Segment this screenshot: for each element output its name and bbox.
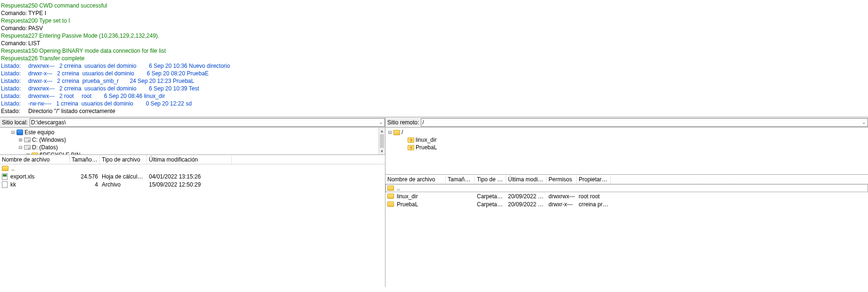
log-label: Listado: (1, 100, 28, 107)
local-list-header[interactable]: Nombre de archivo Tamaño de... Tipo de a… (0, 155, 385, 164)
cell-perm: drwxr-x--- (547, 201, 577, 208)
file-name-label: .. (397, 185, 400, 192)
tree-item[interactable]: ⊟Este equipo (0, 129, 385, 136)
tree-item[interactable]: PruebaL (385, 144, 868, 151)
log-line: Respuesta:250 CWD command successful (1, 2, 867, 9)
local-path-value: D:\descargas\ (31, 119, 66, 126)
file-icon (2, 181, 8, 188)
log-line: Listado:drwxrwx--- 2 root root 6 Sep 20 … (1, 92, 867, 100)
folder-icon (387, 186, 394, 191)
col-size[interactable]: Tamaño de... (70, 155, 100, 164)
log-pane[interactable]: Respuesta:250 CWD command successfulComa… (0, 0, 868, 117)
col-mod[interactable]: Última modific... (506, 175, 547, 184)
cell-perm: drwxrwx--- (547, 193, 577, 200)
tree-toggle-icon[interactable]: ⊞ (18, 138, 23, 143)
remote-path-value: / (422, 119, 424, 126)
log-label: Respuesta: (1, 17, 28, 24)
col-perm[interactable]: Permisos (547, 175, 577, 184)
scroll-down-icon[interactable]: ▼ (379, 148, 385, 154)
table-row[interactable]: .. (385, 184, 868, 192)
drive-icon (24, 138, 31, 142)
log-msg: drwxrwx--- 2 crreina usuarios del domini… (28, 85, 199, 92)
local-file-list[interactable]: ..export.xls24.576Hoja de cálculo de...0… (0, 164, 385, 287)
log-label: Comando: (1, 9, 28, 17)
log-msg: 200 Type set to I (28, 17, 70, 24)
col-size[interactable]: Tamaño d... (446, 175, 475, 184)
local-tree[interactable]: ⊟Este equipo⊞C: (Windows)⊟D: (Datos)⊞$RE… (0, 128, 385, 155)
cell-type: Carpeta de... (475, 193, 506, 200)
log-line: Respuesta:227 Entering Passive Mode (10,… (1, 32, 867, 40)
cell-name: PruebaL (385, 201, 446, 208)
log-msg: drwxrwx--- 2 crreina usuarios del domini… (28, 63, 230, 69)
tree-item-label: C: (Windows) (32, 136, 66, 144)
log-label: Respuesta: (1, 32, 28, 40)
tree-toggle-icon (401, 145, 407, 150)
cell-size: 24.576 (70, 173, 100, 180)
log-line: Listado:-rw-rw---- 1 crreina usuarios de… (1, 100, 867, 107)
scroll-thumb[interactable] (380, 134, 384, 148)
table-row[interactable]: PruebaLCarpeta de...20/09/2022 14:...drw… (385, 200, 868, 208)
log-msg: 226 Transfer complete (28, 55, 84, 62)
tree-item[interactable]: linux_dir (385, 136, 868, 144)
log-msg: drwxr-x--- 2 crreina usuarios del domini… (28, 70, 209, 77)
col-own[interactable]: Propietario/... (577, 175, 611, 184)
cell-type: Hoja de cálculo de... (100, 173, 147, 180)
cell-own: root root (577, 193, 611, 200)
col-name[interactable]: Nombre de archivo (385, 175, 446, 184)
remote-list-header[interactable]: Nombre de archivo Tamaño d... Tipo de ar… (385, 175, 868, 184)
tree-toggle-icon (401, 138, 407, 143)
tree-item[interactable]: ⊟D: (Datos) (0, 144, 385, 151)
folder-icon (387, 194, 394, 199)
tree-item-label: Este equipo (25, 129, 54, 136)
log-label: Respuesta: (1, 47, 28, 55)
table-row[interactable]: kk4Archivo15/09/2022 12:50:29 (0, 180, 385, 188)
log-line: Listado:drwxr-x--- 2 crreina usuarios de… (1, 70, 867, 77)
remote-path-combo[interactable]: / ⌄ (421, 118, 868, 127)
folder-q-icon (408, 138, 414, 143)
log-line: Listado:drwxrwx--- 2 crreina usuarios de… (1, 85, 867, 92)
log-msg: Directorio "/" listado correctamente (28, 108, 115, 114)
log-line: Estado:Directorio "/" listado correctame… (1, 107, 867, 115)
scroll-up-icon[interactable]: ▲ (379, 128, 385, 134)
table-row[interactable]: .. (0, 164, 385, 172)
cell-name: linux_dir (385, 193, 446, 200)
xls-icon (2, 173, 8, 180)
computer-icon (16, 130, 23, 135)
col-type[interactable]: Tipo de arc... (475, 175, 506, 184)
tree-toggle-icon[interactable]: ⊟ (10, 130, 16, 135)
log-msg: drwxr-x--- 2 crreina prueba_smb_r 24 Sep… (28, 78, 194, 84)
file-name-label: linux_dir (397, 193, 418, 200)
scrollbar[interactable]: ▲ ▼ (378, 128, 385, 154)
local-path-row: Sitio local: D:\descargas\ ⌄ (0, 117, 385, 128)
tree-item-label: linux_dir (416, 136, 437, 144)
log-line: Respuesta:150 Opening BINARY mode data c… (1, 47, 867, 55)
file-name-label: .. (11, 165, 15, 172)
log-label: Listado: (1, 92, 28, 100)
log-line: Comando:PASV (1, 24, 867, 32)
cell-mod: 20/09/2022 14:... (506, 201, 547, 208)
col-mod[interactable]: Última modificación (147, 155, 232, 164)
tree-item[interactable]: ⊞$RECYCLE.BIN (0, 151, 385, 155)
tree-toggle-icon[interactable]: ⊟ (18, 145, 23, 150)
tree-toggle-icon[interactable]: ⊞ (25, 153, 31, 155)
tree-item[interactable]: ⊞C: (Windows) (0, 136, 385, 144)
cell-name: .. (0, 165, 70, 172)
chevron-down-icon[interactable]: ⌄ (862, 120, 866, 125)
remote-file-list[interactable]: ..linux_dirCarpeta de...20/09/2022 10:..… (385, 184, 868, 260)
col-type[interactable]: Tipo de archivo (100, 155, 147, 164)
chevron-down-icon[interactable]: ⌄ (379, 120, 383, 125)
cell-name: .. (385, 185, 446, 192)
log-line: Comando:LIST (1, 40, 867, 47)
remote-tree[interactable]: ⊟/linux_dirPruebaL (385, 128, 868, 175)
local-path-combo[interactable]: D:\descargas\ ⌄ (30, 118, 385, 127)
col-name[interactable]: Nombre de archivo (0, 155, 70, 164)
table-row[interactable]: linux_dirCarpeta de...20/09/2022 10:...d… (385, 192, 868, 200)
tree-toggle-icon[interactable]: ⊟ (387, 130, 393, 135)
log-label: Comando: (1, 24, 28, 32)
table-row[interactable]: export.xls24.576Hoja de cálculo de...04/… (0, 172, 385, 180)
cell-size: 4 (70, 181, 100, 188)
folder-icon (393, 130, 400, 135)
tree-item[interactable]: ⊟/ (385, 129, 868, 136)
remote-path-row: Sitio remoto: / ⌄ (385, 117, 868, 128)
log-msg: 250 CWD command successful (28, 2, 107, 9)
